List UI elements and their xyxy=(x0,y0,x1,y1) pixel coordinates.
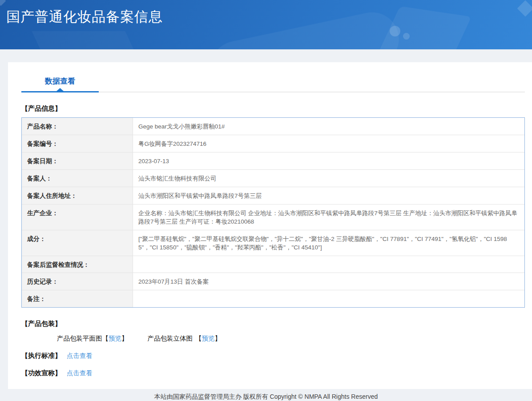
tab-active-underline xyxy=(21,91,99,92)
row-label: 生产企业： xyxy=(22,205,133,230)
site-footer: 本站由国家药品监督管理局主办 版权所有 Copyright © NMPA All… xyxy=(0,393,532,401)
row-label: 备案后监督检查情况： xyxy=(22,256,133,273)
banner-decoration-circle xyxy=(390,26,400,36)
table-row: 备案编号： 粤G妆网备字2023274716 xyxy=(22,135,524,152)
row-value: 2023-07-13 xyxy=(133,152,524,169)
row-label: 产品名称： xyxy=(22,118,133,135)
table-row: 生产企业： 企业名称：汕头市铭汇生物科技有限公司 企业地址：汕头市潮阳区和平镇紫… xyxy=(22,205,524,230)
row-value: 2023年07月13日 首次备案 xyxy=(133,273,524,290)
bracket-close: 】 xyxy=(215,335,222,342)
page-title: 国产普通化妆品备案信息 xyxy=(6,8,163,26)
efficacy-view-link[interactable]: 点击查看 xyxy=(67,369,93,377)
table-row: 备注： xyxy=(22,290,524,307)
efficacy-row: 【功效宣称】 点击查看 xyxy=(21,369,525,377)
standards-view-link[interactable]: 点击查看 xyxy=(67,352,93,360)
table-row: 成分： ["聚二甲基硅氧烷"，"聚二甲基硅氧烷交联聚合物"，"异十二烷"，"聚甘… xyxy=(22,230,524,256)
row-label: 备案日期： xyxy=(22,152,133,169)
table-row: 产品名称： Gege bear戈戈小熊嫩彩唇釉01# xyxy=(22,118,524,135)
row-value: ["聚二甲基硅氧烷"，"聚二甲基硅氧烷交联聚合物"，"异十二烷"，"聚甘油-2 … xyxy=(133,230,524,256)
packaging-3d-item: 产品包装立体图【预览】 xyxy=(148,334,222,343)
tab-bar-divider xyxy=(99,92,525,92)
bracket-open: 【 xyxy=(195,335,202,342)
page-header-banner: 国产普通化妆品备案信息 xyxy=(0,0,532,49)
tab-bar: 数据查看 xyxy=(21,62,525,92)
packaging-flat-preview-link[interactable]: 预览 xyxy=(109,335,121,342)
tab-caret-icon xyxy=(56,88,64,91)
packaging-flat-label: 产品包装平面图 xyxy=(57,335,102,342)
banner-decoration-circle xyxy=(403,33,410,40)
banner-decoration-trapezoid xyxy=(32,31,141,49)
row-value: 汕头市铭汇生物科技有限公司 xyxy=(133,170,524,187)
row-label: 备案编号： xyxy=(22,135,133,152)
standards-row: 【执行标准】 点击查看 xyxy=(21,352,525,360)
table-row: 历史记录： 2023年07月13日 首次备案 xyxy=(22,273,524,290)
tab-data-view[interactable]: 数据查看 xyxy=(21,76,99,92)
content-card: 数据查看 【产品信息】 产品名称： Gege bear戈戈小熊嫩彩唇釉01# 备… xyxy=(8,62,532,389)
table-row: 备案后监督检查情况： xyxy=(22,256,524,273)
row-value xyxy=(133,290,524,307)
row-label: 历史记录： xyxy=(22,273,133,290)
row-label: 成分： xyxy=(22,230,133,256)
row-value xyxy=(133,256,524,273)
section-title-standards: 【执行标准】 xyxy=(21,352,61,360)
bracket-open: 【 xyxy=(102,335,109,342)
packaging-links-row: 产品包装平面图【预览】 产品包装立体图【预览】 xyxy=(57,334,525,343)
section-title-packaging: 【产品包装】 xyxy=(21,320,525,328)
section-title-efficacy: 【功效宣称】 xyxy=(21,369,61,377)
row-label: 备注： xyxy=(22,290,133,307)
row-value: 企业名称：汕头市铭汇生物科技有限公司 企业地址：汕头市潮阳区和平镇紫中路凤皋路段… xyxy=(133,205,524,230)
banner-decoration-pill xyxy=(206,8,404,49)
row-value: 粤G妆网备字2023274716 xyxy=(133,135,524,152)
packaging-3d-preview-link[interactable]: 预览 xyxy=(202,335,215,342)
bracket-close: 】 xyxy=(121,335,128,342)
table-row: 备案人： 汕头市铭汇生物科技有限公司 xyxy=(22,170,524,187)
row-value: 汕头市潮阳区和平镇紫中路凤皋路段7号第三层 xyxy=(133,187,524,204)
table-row: 备案日期： 2023-07-13 xyxy=(22,152,524,170)
packaging-flat-item: 产品包装平面图【预览】 xyxy=(57,334,128,343)
packaging-3d-label: 产品包装立体图 xyxy=(148,335,193,342)
table-row: 备案人住所地址： 汕头市潮阳区和平镇紫中路凤皋路段7号第三层 xyxy=(22,187,524,205)
tab-data-view-label: 数据查看 xyxy=(45,77,75,85)
row-value: Gege bear戈戈小熊嫩彩唇釉01# xyxy=(133,118,524,135)
banner-decoration-diamond xyxy=(517,0,532,17)
banner-decoration-polygon xyxy=(369,6,472,49)
row-label: 备案人住所地址： xyxy=(22,187,133,204)
product-info-table: 产品名称： Gege bear戈戈小熊嫩彩唇釉01# 备案编号： 粤G妆网备字2… xyxy=(21,117,525,308)
banner-decoration-diamond xyxy=(0,0,6,6)
section-title-product-info: 【产品信息】 xyxy=(21,104,525,113)
row-label: 备案人： xyxy=(22,170,133,187)
